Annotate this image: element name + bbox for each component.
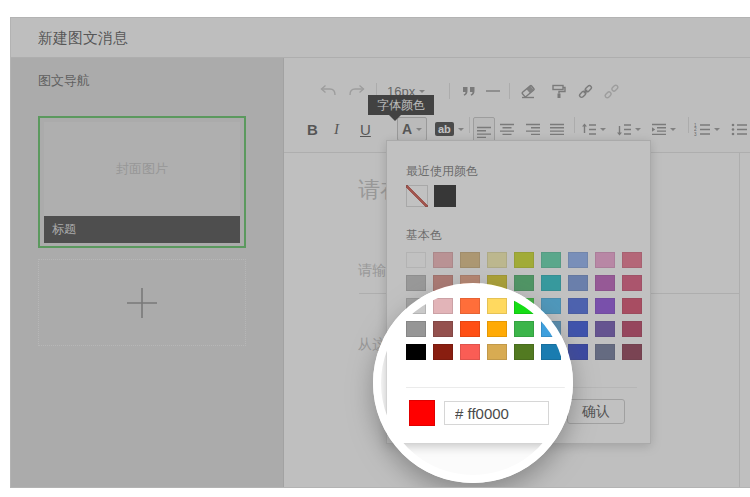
palette-swatch[interactable] — [460, 252, 480, 268]
sidebar-nav-label: 图文导航 — [38, 72, 90, 90]
horizontal-rule-button[interactable] — [484, 83, 502, 99]
sidebar: 图文导航 封面图片 标题 — [11, 58, 284, 488]
palette-swatch[interactable] — [433, 321, 453, 337]
basic-color-grid — [406, 252, 642, 360]
palette-swatch[interactable] — [622, 344, 642, 360]
palette-swatch[interactable] — [541, 275, 561, 291]
hex-color-input[interactable] — [444, 401, 549, 425]
line-height-button[interactable] — [581, 117, 606, 141]
no-color-swatch[interactable] — [406, 185, 428, 207]
palette-swatch[interactable] — [595, 344, 615, 360]
format-brush-icon — [550, 84, 566, 99]
palette-swatch[interactable] — [433, 252, 453, 268]
indent-button[interactable] — [651, 117, 676, 141]
chevron-down-icon — [458, 128, 464, 134]
palette-swatch[interactable] — [460, 344, 480, 360]
chevron-down-icon — [600, 128, 606, 134]
palette-swatch[interactable] — [514, 321, 534, 337]
screenshot-stage: 新建图文消息 图文导航 封面图片 标题 — [0, 0, 750, 497]
palette-swatch[interactable] — [514, 252, 534, 268]
palette-swatch[interactable] — [487, 275, 507, 291]
palette-swatch[interactable] — [622, 252, 642, 268]
bold-button[interactable]: B — [307, 117, 318, 141]
palette-swatch[interactable] — [406, 252, 426, 268]
picker-divider — [406, 387, 637, 388]
palette-swatch[interactable] — [514, 298, 534, 314]
align-center-button[interactable] — [499, 117, 515, 141]
align-right-button[interactable] — [525, 117, 541, 141]
blockquote-button[interactable] — [461, 83, 477, 99]
palette-swatch[interactable] — [622, 275, 642, 291]
recent-colors-label: 最近使用颜色 — [406, 163, 478, 180]
page-title: 新建图文消息 — [38, 18, 128, 58]
confirm-button[interactable]: 确认 — [567, 399, 625, 424]
chevron-down-icon — [635, 128, 641, 134]
svg-text:3: 3 — [694, 131, 697, 135]
palette-swatch[interactable] — [541, 321, 561, 337]
recent-color-swatch[interactable] — [434, 185, 456, 207]
plus-icon — [125, 286, 159, 320]
palette-swatch[interactable] — [595, 275, 615, 291]
palette-swatch[interactable] — [541, 252, 561, 268]
add-article-button[interactable] — [38, 259, 246, 346]
palette-swatch[interactable] — [433, 275, 453, 291]
content-right-border — [739, 153, 740, 487]
palette-swatch[interactable] — [487, 252, 507, 268]
palette-swatch[interactable] — [460, 298, 480, 314]
palette-swatch[interactable] — [595, 321, 615, 337]
tooltip-label: 字体颜色 — [377, 98, 425, 112]
unlink-icon — [603, 84, 620, 99]
palette-swatch[interactable] — [568, 321, 588, 337]
palette-swatch[interactable] — [433, 298, 453, 314]
palette-swatch[interactable] — [514, 275, 534, 291]
palette-swatch[interactable] — [460, 275, 480, 291]
tooltip-arrow-icon — [389, 115, 401, 127]
editor-toolbar: 16px — [284, 58, 750, 153]
chevron-down-icon — [714, 128, 720, 134]
palette-swatch[interactable] — [568, 344, 588, 360]
palette-swatch[interactable] — [406, 321, 426, 337]
header: 新建图文消息 — [11, 18, 750, 58]
palette-swatch[interactable] — [460, 321, 480, 337]
link-button[interactable] — [577, 83, 594, 99]
palette-swatch[interactable] — [406, 275, 426, 291]
palette-swatch[interactable] — [487, 321, 507, 337]
background-color-button[interactable]: ab — [435, 117, 464, 141]
palette-swatch[interactable] — [541, 298, 561, 314]
redo-button[interactable] — [348, 83, 366, 99]
paragraph-spacing-button[interactable] — [616, 117, 641, 141]
align-justify-icon — [549, 123, 565, 136]
palette-swatch[interactable] — [568, 275, 588, 291]
palette-swatch[interactable] — [433, 344, 453, 360]
palette-swatch[interactable] — [622, 298, 642, 314]
palette-swatch[interactable] — [541, 344, 561, 360]
palette-swatch[interactable] — [487, 298, 507, 314]
align-justify-button[interactable] — [549, 117, 565, 141]
palette-swatch[interactable] — [568, 298, 588, 314]
toolbar-separator — [449, 83, 450, 99]
palette-swatch[interactable] — [568, 252, 588, 268]
eraser-button[interactable] — [519, 83, 537, 99]
underline-button[interactable]: U — [360, 117, 371, 141]
unordered-list-icon — [731, 123, 748, 136]
ordered-list-button[interactable]: 1 2 3 — [694, 117, 720, 141]
undo-button[interactable] — [319, 83, 337, 99]
recent-colors-row — [406, 185, 456, 207]
palette-swatch[interactable] — [595, 252, 615, 268]
palette-swatch[interactable] — [622, 321, 642, 337]
blockquote-icon — [461, 84, 477, 98]
palette-swatch[interactable] — [406, 298, 426, 314]
palette-swatch[interactable] — [595, 298, 615, 314]
basic-colors-label: 基本色 — [406, 227, 442, 244]
toolbar-separator — [574, 117, 575, 133]
unlink-button[interactable] — [603, 83, 620, 99]
palette-swatch[interactable] — [514, 344, 534, 360]
unordered-list-button[interactable] — [731, 117, 750, 141]
italic-button[interactable]: I — [334, 117, 339, 141]
article-card[interactable]: 封面图片 标题 — [38, 116, 246, 248]
background-color-badge: ab — [435, 122, 454, 136]
palette-swatch[interactable] — [487, 344, 507, 360]
palette-swatch[interactable] — [406, 344, 426, 360]
font-color-button[interactable]: A — [397, 117, 427, 141]
format-brush-button[interactable] — [550, 83, 566, 99]
